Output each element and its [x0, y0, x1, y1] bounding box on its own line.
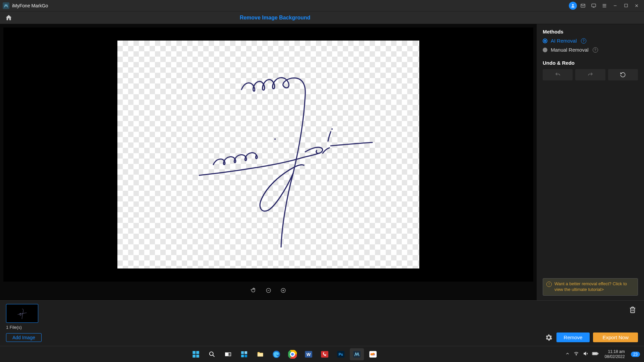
- header: Remove Image Background: [0, 11, 644, 24]
- taskbar-date: 08/02/2022: [605, 354, 625, 359]
- svg-rect-35: [593, 353, 597, 355]
- titlebar-right: [569, 1, 641, 10]
- svg-rect-3: [625, 4, 628, 7]
- battery-icon[interactable]: [592, 351, 599, 357]
- taskbar-time: 11:18 am: [605, 349, 625, 354]
- remove-button[interactable]: Remove: [556, 333, 590, 342]
- taskbar-center: W Ps: [4, 348, 565, 360]
- signature-image: [117, 41, 419, 268]
- wifi-icon[interactable]: [573, 351, 579, 357]
- app-logo-icon: [3, 2, 9, 9]
- svg-point-32: [576, 355, 577, 355]
- method-manual-label: Manual Removal: [551, 47, 589, 53]
- taskbar-start[interactable]: [189, 348, 203, 360]
- tool-title: Remove Image Background: [0, 15, 584, 21]
- minimize-button[interactable]: [610, 1, 620, 10]
- radio-unselected-icon: [543, 48, 547, 52]
- pan-tool-button[interactable]: [250, 287, 257, 294]
- svg-point-0: [572, 4, 574, 6]
- taskbar-creative-cloud[interactable]: [366, 348, 380, 360]
- help-icon[interactable]: ?: [581, 38, 586, 44]
- taskbar-photoshop[interactable]: Ps: [334, 348, 348, 360]
- help-icon[interactable]: ?: [593, 47, 598, 53]
- taskbar-explorer[interactable]: [253, 348, 267, 360]
- taskbar-tray: 11:18 am 08/02/2022 23: [565, 349, 640, 359]
- file-count: 1 File(s): [6, 325, 638, 330]
- taskbar-widgets[interactable]: [237, 348, 251, 360]
- reset-button[interactable]: [608, 69, 638, 80]
- redo-button[interactable]: [575, 69, 605, 80]
- svg-rect-11: [225, 353, 228, 356]
- zoom-out-button[interactable]: [265, 287, 272, 294]
- svg-rect-8: [193, 355, 196, 358]
- taskbar-chrome[interactable]: [285, 348, 300, 360]
- info-icon: !: [546, 282, 552, 287]
- tutorial-tip[interactable]: ! Want a better removal effect? Click to…: [543, 278, 638, 296]
- tip-text: Want a better removal effect? Click to v…: [554, 281, 634, 293]
- svg-rect-14: [245, 351, 247, 354]
- method-manual-removal[interactable]: Manual Removal ?: [543, 47, 638, 53]
- export-button[interactable]: Export Now: [593, 333, 638, 342]
- volume-icon[interactable]: [583, 351, 589, 357]
- radio-selected-icon: [543, 39, 547, 43]
- image-canvas[interactable]: [117, 41, 419, 268]
- methods-heading: Methods: [543, 29, 638, 35]
- taskbar-acrobat[interactable]: [318, 348, 332, 360]
- taskbar-markgo[interactable]: [350, 348, 364, 360]
- thumbnails: [6, 304, 638, 323]
- svg-rect-6: [193, 351, 196, 354]
- maximize-button[interactable]: [621, 1, 631, 10]
- svg-rect-34: [598, 353, 598, 354]
- svg-rect-12: [228, 353, 231, 356]
- thumbnail-1[interactable]: [6, 304, 38, 323]
- method-ai-removal[interactable]: AI Removal ?: [543, 38, 638, 44]
- svg-rect-30: [353, 351, 361, 358]
- method-ai-label: AI Removal: [551, 38, 577, 44]
- bottom-panel: 1 File(s) Add Image Remove Export Now: [0, 300, 644, 346]
- canvas-controls: [3, 284, 533, 297]
- zoom-in-button[interactable]: [280, 287, 286, 294]
- tray-overflow-icon[interactable]: [565, 351, 570, 357]
- feedback-icon[interactable]: [589, 1, 598, 10]
- svg-point-10: [210, 352, 213, 355]
- taskbar-search[interactable]: [205, 348, 219, 360]
- app-title: iMyFone MarkGo: [12, 3, 48, 8]
- menu-icon[interactable]: [600, 1, 609, 10]
- user-account-button[interactable]: [569, 2, 577, 10]
- taskbar-clock[interactable]: 11:18 am 08/02/2022: [602, 349, 628, 359]
- undo-redo-heading: Undo & Redo: [543, 60, 638, 66]
- mail-icon[interactable]: [578, 1, 588, 10]
- svg-rect-13: [241, 351, 244, 354]
- canvas-wrap: [0, 24, 537, 300]
- taskbar-taskview[interactable]: [221, 348, 235, 360]
- svg-rect-15: [241, 355, 244, 357]
- undo-button[interactable]: [543, 69, 573, 80]
- canvas-area[interactable]: [3, 27, 533, 282]
- delete-button[interactable]: [629, 305, 637, 315]
- svg-text:Ps: Ps: [339, 352, 343, 356]
- svg-rect-16: [245, 355, 247, 357]
- svg-rect-2: [592, 4, 596, 7]
- svg-text:W: W: [307, 352, 311, 357]
- notification-badge[interactable]: 23: [631, 352, 640, 357]
- add-image-button[interactable]: Add Image: [6, 333, 42, 342]
- settings-button[interactable]: [544, 333, 553, 342]
- bottom-actions: Add Image Remove Export Now: [6, 333, 638, 342]
- svg-rect-7: [196, 351, 199, 354]
- main-area: Methods AI Removal ? Manual Removal ? Un…: [0, 24, 644, 300]
- titlebar: iMyFone MarkGo: [0, 0, 644, 11]
- close-button[interactable]: [632, 1, 641, 10]
- taskbar: W Ps 11:18 am 08/02/2022 23: [0, 346, 644, 362]
- svg-rect-9: [196, 355, 199, 358]
- titlebar-left: iMyFone MarkGo: [3, 2, 48, 9]
- taskbar-word[interactable]: W: [302, 348, 316, 360]
- sidebar: Methods AI Removal ? Manual Removal ? Un…: [537, 24, 644, 300]
- svg-rect-17: [258, 353, 263, 356]
- taskbar-edge[interactable]: [269, 348, 283, 360]
- svg-rect-27: [321, 351, 328, 358]
